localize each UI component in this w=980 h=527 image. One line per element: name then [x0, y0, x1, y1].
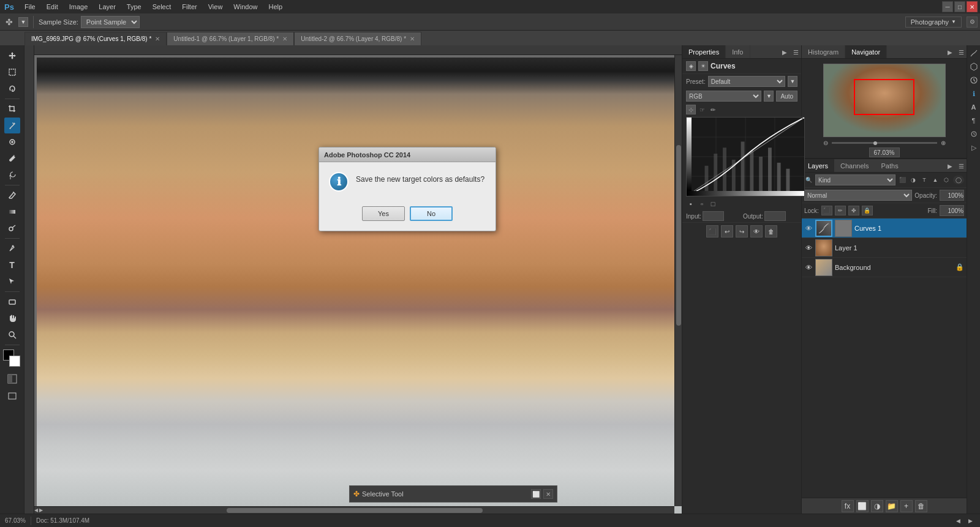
curves-sample-midtone[interactable]: ▫: [697, 199, 707, 209]
dialog-yes-btn[interactable]: Yes: [362, 206, 405, 221]
selective-tool-resize-btn[interactable]: ⬜: [531, 489, 541, 499]
input-value[interactable]: [703, 211, 724, 221]
layer-row-background[interactable]: 👁 Background 🔒: [802, 258, 967, 277]
quick-mask-tool[interactable]: [4, 371, 20, 387]
right-icon-actions[interactable]: ▷: [968, 142, 979, 153]
pixel-filter-btn[interactable]: ⬛: [898, 176, 907, 184]
right-icon-adjust[interactable]: [968, 75, 979, 86]
lock-position-btn[interactable]: ✤: [848, 206, 859, 215]
curves-layer-icon[interactable]: ☀: [698, 61, 708, 71]
eyedropper-tool[interactable]: ✤: [2, 15, 16, 29]
gradient-tool[interactable]: [4, 204, 20, 220]
tab-paths[interactable]: Paths: [875, 159, 905, 172]
select-rect-tool[interactable]: [4, 64, 20, 80]
right-icon-info[interactable]: ℹ: [968, 88, 979, 99]
move-tool[interactable]: [4, 48, 20, 64]
type-filter-btn[interactable]: T: [920, 176, 929, 184]
auto-btn[interactable]: Auto: [776, 91, 797, 102]
right-icon-3d[interactable]: [968, 61, 979, 72]
spot-heal-tool[interactable]: [4, 134, 20, 150]
tool-options-dropdown[interactable]: ▼: [18, 17, 28, 27]
filter-toggle-btn[interactable]: ◯: [953, 176, 964, 184]
background-color[interactable]: [9, 356, 20, 367]
right-icon-history[interactable]: [968, 129, 979, 140]
add-adjustment-btn[interactable]: ⬛: [706, 225, 718, 237]
curves-graph[interactable]: [686, 117, 805, 196]
h-scrollbar[interactable]: [34, 506, 674, 514]
preset-select[interactable]: Default: [708, 76, 785, 87]
menu-layer[interactable]: Layer: [94, 2, 121, 12]
scroll-right-btn[interactable]: ▶: [965, 516, 975, 526]
nav-zoom-input[interactable]: [869, 148, 900, 157]
output-value[interactable]: [764, 211, 786, 221]
tab-properties[interactable]: Properties: [682, 45, 726, 58]
right-icon-char[interactable]: A: [968, 102, 979, 113]
layer-row-curves1[interactable]: 👁 Curves 1: [802, 219, 967, 238]
curves-sample-highlight[interactable]: □: [708, 199, 718, 209]
right-icon-curves[interactable]: [968, 48, 979, 59]
adjustment-filter-btn[interactable]: ◑: [909, 176, 918, 184]
nav-zoom-out-icon[interactable]: ⊖: [823, 140, 828, 146]
nav-menu-btn[interactable]: ☰: [956, 45, 967, 59]
v-scrollbar[interactable]: [674, 55, 682, 506]
redo-btn[interactable]: ↪: [736, 225, 748, 237]
screen-mode-tool[interactable]: [4, 388, 20, 404]
nav-arrow-right[interactable]: ▶: [39, 507, 43, 513]
sample-size-select[interactable]: Point Sample: [81, 16, 140, 28]
curves-pointer-tool[interactable]: ⊹: [686, 105, 696, 114]
right-icon-para[interactable]: ¶: [968, 115, 979, 126]
menu-select[interactable]: Select: [148, 2, 176, 12]
nav-zoom-thumb[interactable]: [873, 141, 877, 145]
layer1-visibility[interactable]: 👁: [804, 244, 813, 252]
menu-type[interactable]: Type: [122, 2, 146, 12]
minimize-btn[interactable]: ─: [942, 1, 953, 12]
delete-btn[interactable]: 🗑: [765, 225, 777, 237]
layer-row-layer1[interactable]: 👁 Layer 1: [802, 238, 967, 258]
new-layer-btn[interactable]: +: [900, 500, 913, 512]
fill-input[interactable]: [940, 205, 964, 216]
panel-menu-btn[interactable]: ☰: [790, 45, 801, 59]
nav-zoom-slider[interactable]: [832, 142, 937, 144]
menu-view[interactable]: View: [203, 2, 228, 12]
tab-histogram[interactable]: Histogram: [802, 45, 845, 58]
tab-3[interactable]: Untitled-2 @ 66.7% (Layer 4, RGB/8) * ✕: [294, 32, 421, 45]
preset-dropdown-btn[interactable]: ▼: [788, 76, 797, 87]
menu-help[interactable]: Help: [263, 2, 287, 12]
filter-icon[interactable]: 🔍: [804, 176, 813, 184]
tab-1-close[interactable]: ✕: [155, 36, 160, 42]
layer-adjustment-btn[interactable]: ◑: [871, 500, 883, 512]
layer-fx-btn[interactable]: fx: [842, 500, 854, 512]
lasso-tool[interactable]: [4, 81, 20, 97]
v-scroll-thumb[interactable]: [676, 145, 681, 326]
nav-zoom-in-icon[interactable]: ⊕: [941, 140, 946, 146]
curves-sample-shadow[interactable]: ▪: [686, 199, 696, 209]
zoom-tool[interactable]: [4, 327, 20, 343]
dialog-box[interactable]: Adobe Photoshop CC 2014 ℹ Save the new t…: [318, 147, 496, 231]
nav-expand-btn[interactable]: ▶: [944, 45, 956, 59]
tab-2[interactable]: Untitled-1 @ 66.7% (Layer 1, RGB/8) * ✕: [167, 32, 294, 45]
scroll-left-btn[interactable]: ◀: [953, 516, 963, 526]
layer-curves1-visibility[interactable]: 👁: [804, 224, 813, 233]
crop-tool[interactable]: [4, 101, 20, 117]
menu-image[interactable]: Image: [64, 2, 93, 12]
close-btn[interactable]: ✕: [967, 1, 978, 12]
new-group-btn[interactable]: 📁: [886, 500, 898, 512]
nav-arrow-left[interactable]: ◀: [34, 507, 38, 513]
hand-tool[interactable]: [4, 310, 20, 326]
lock-all-btn[interactable]: 🔒: [862, 206, 873, 215]
clone-stamp-tool[interactable]: [4, 167, 20, 183]
toggle-visibility-btn[interactable]: 👁: [750, 225, 763, 237]
eraser-tool[interactable]: [4, 187, 20, 203]
tab-info[interactable]: Info: [726, 45, 750, 58]
kind-select[interactable]: Kind: [815, 174, 895, 185]
eyedropper-main-tool[interactable]: [4, 118, 20, 133]
restore-btn[interactable]: □: [954, 1, 965, 12]
undo-btn[interactable]: ↩: [721, 225, 733, 237]
delete-layer-btn[interactable]: 🗑: [915, 500, 927, 512]
nav-preview[interactable]: [823, 64, 946, 137]
shape-filter-btn[interactable]: ▲: [931, 176, 940, 184]
curves-hand-tool[interactable]: ☞: [697, 105, 707, 114]
workspace-selector[interactable]: Photography ▼: [905, 17, 962, 28]
channel-dropdown-btn[interactable]: ▼: [764, 91, 774, 102]
image-viewport[interactable]: [34, 55, 682, 514]
